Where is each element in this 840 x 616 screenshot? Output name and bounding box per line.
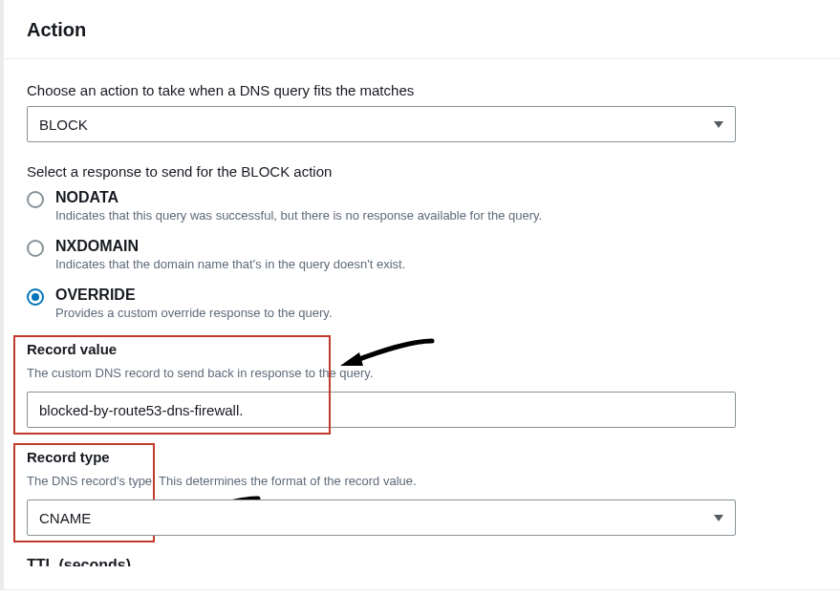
radio-icon <box>27 191 44 208</box>
radio-text: OVERRIDE Provides a custom override resp… <box>55 287 333 320</box>
radio-desc-override: Provides a custom override response to t… <box>55 306 333 320</box>
action-select[interactable]: BLOCK <box>27 106 736 142</box>
record-type-select[interactable]: CNAME <box>27 499 736 536</box>
record-type-value: CNAME <box>39 510 91 526</box>
radio-option-override[interactable]: OVERRIDE Provides a custom override resp… <box>27 287 817 320</box>
radio-icon <box>27 240 44 257</box>
record-value-desc: The custom DNS record to send back in re… <box>27 365 817 382</box>
response-group: Select a response to send for the BLOCK … <box>27 163 817 320</box>
response-label: Select a response to send for the BLOCK … <box>27 163 817 180</box>
record-value-input[interactable] <box>27 392 736 428</box>
radio-text: NXDOMAIN Indicates that the domain name … <box>55 238 405 271</box>
record-type-label: Record type <box>27 449 817 465</box>
record-value-label: Record value <box>27 341 817 357</box>
radio-desc-nxdomain: Indicates that the domain name that's in… <box>55 257 405 271</box>
response-radio-group: NODATA Indicates that this query was suc… <box>27 189 817 320</box>
ttl-label: TTL (seconds) <box>27 557 131 566</box>
radio-label-override: OVERRIDE <box>55 287 333 304</box>
radio-icon <box>27 288 44 306</box>
panel-body: Choose an action to take when a DNS quer… <box>4 59 840 589</box>
record-value-group: Record value The custom DNS record to se… <box>27 341 817 428</box>
action-select-wrap: BLOCK <box>27 106 736 142</box>
ttl-group-cutoff: TTL (seconds) <box>27 557 817 566</box>
radio-label-nodata: NODATA <box>55 189 542 206</box>
radio-desc-nodata: Indicates that this query was successful… <box>55 208 542 223</box>
radio-text: NODATA Indicates that this query was suc… <box>55 189 542 223</box>
record-type-group: Record type The DNS record's type. This … <box>27 449 817 536</box>
action-select-label: Choose an action to take when a DNS quer… <box>27 82 817 98</box>
panel-title: Action <box>27 19 817 41</box>
radio-option-nxdomain[interactable]: NXDOMAIN Indicates that the domain name … <box>27 238 817 271</box>
record-type-desc: The DNS record's type. This determines t… <box>27 473 817 490</box>
panel-header: Action <box>4 0 840 59</box>
action-select-value: BLOCK <box>39 117 88 133</box>
record-type-select-wrap: CNAME <box>27 499 736 536</box>
action-panel: Action Choose an action to take when a D… <box>0 0 840 590</box>
radio-option-nodata[interactable]: NODATA Indicates that this query was suc… <box>27 189 817 223</box>
radio-label-nxdomain: NXDOMAIN <box>55 238 405 255</box>
action-select-group: Choose an action to take when a DNS quer… <box>27 82 817 142</box>
